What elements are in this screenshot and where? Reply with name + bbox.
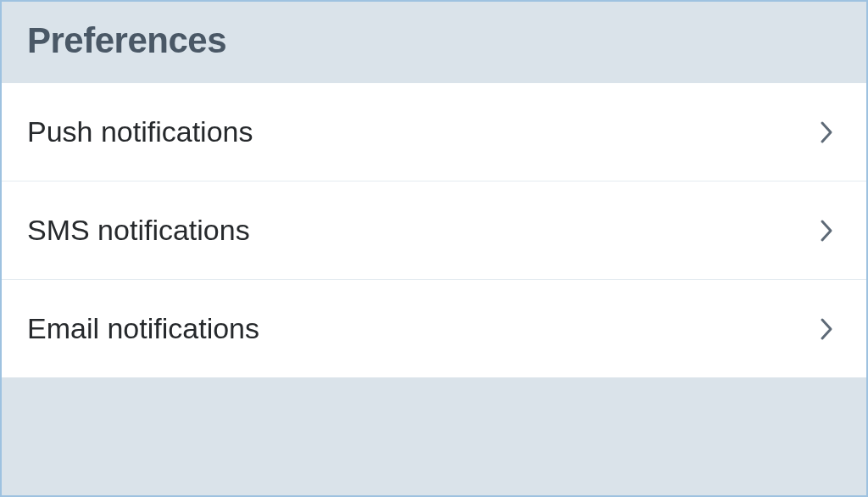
list-item-sms-notifications[interactable]: SMS notifications xyxy=(2,181,866,280)
chevron-right-icon xyxy=(819,219,834,243)
chevron-right-icon xyxy=(819,120,834,144)
section-header: Preferences xyxy=(2,2,866,83)
list-item-push-notifications[interactable]: Push notifications xyxy=(2,83,866,181)
chevron-right-icon xyxy=(819,317,834,341)
list-item-label: Push notifications xyxy=(27,115,253,148)
preferences-list: Push notifications SMS notifications Ema… xyxy=(2,83,866,377)
list-item-email-notifications[interactable]: Email notifications xyxy=(2,280,866,377)
list-item-label: Email notifications xyxy=(27,312,259,345)
section-title: Preferences xyxy=(27,20,841,61)
footer-spacer xyxy=(2,377,866,495)
preferences-panel: Preferences Push notifications SMS notif… xyxy=(0,0,868,497)
list-item-label: SMS notifications xyxy=(27,214,250,247)
